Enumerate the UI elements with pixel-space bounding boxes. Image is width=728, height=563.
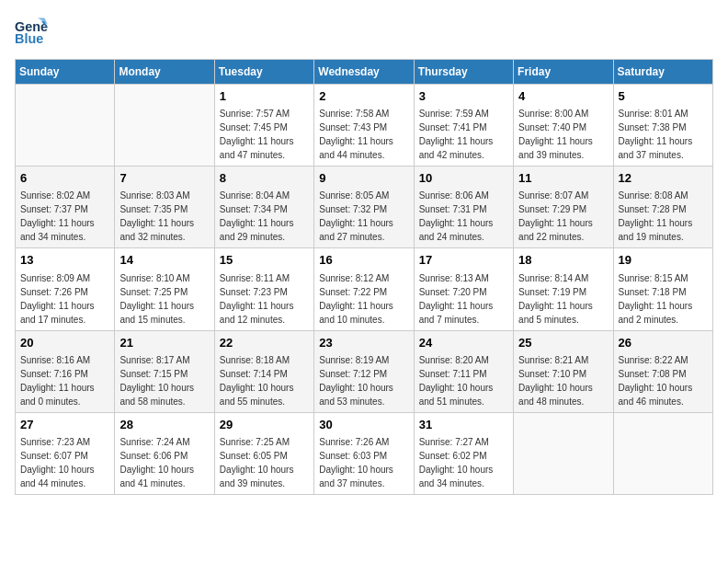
col-header-tuesday: Tuesday bbox=[214, 60, 313, 85]
calendar-cell: 24Sunrise: 8:20 AMSunset: 7:11 PMDayligh… bbox=[414, 330, 513, 412]
calendar-cell: 10Sunrise: 8:06 AMSunset: 7:31 PMDayligh… bbox=[414, 167, 513, 248]
day-info: Sunrise: 8:14 AMSunset: 7:19 PMDaylight:… bbox=[518, 271, 608, 327]
calendar-table: SundayMondayTuesdayWednesdayThursdayFrid… bbox=[15, 59, 713, 495]
calendar-cell: 22Sunrise: 8:18 AMSunset: 7:14 PMDayligh… bbox=[214, 330, 313, 412]
day-number: 30 bbox=[319, 417, 408, 433]
day-number: 13 bbox=[20, 252, 109, 269]
calendar-cell: 15Sunrise: 8:11 AMSunset: 7:23 PMDayligh… bbox=[214, 248, 313, 330]
day-number: 26 bbox=[619, 335, 708, 351]
day-number: 11 bbox=[518, 170, 608, 187]
page-header: General Blue bbox=[15, 15, 713, 48]
calendar-cell: 12Sunrise: 8:08 AMSunset: 7:28 PMDayligh… bbox=[613, 167, 712, 248]
day-number: 20 bbox=[20, 335, 109, 351]
calendar-cell: 20Sunrise: 8:16 AMSunset: 7:16 PMDayligh… bbox=[16, 330, 115, 412]
calendar-cell: 19Sunrise: 8:15 AMSunset: 7:18 PMDayligh… bbox=[613, 248, 712, 330]
day-info: Sunrise: 8:21 AMSunset: 7:10 PMDaylight:… bbox=[518, 353, 608, 408]
day-info: Sunrise: 8:19 AMSunset: 7:12 PMDaylight:… bbox=[319, 353, 408, 408]
day-info: Sunrise: 8:18 AMSunset: 7:14 PMDaylight:… bbox=[220, 353, 309, 408]
day-number: 29 bbox=[220, 417, 309, 433]
calendar-cell: 13Sunrise: 8:09 AMSunset: 7:26 PMDayligh… bbox=[16, 248, 115, 330]
calendar-cell: 6Sunrise: 8:02 AMSunset: 7:37 PMDaylight… bbox=[16, 167, 115, 248]
day-number: 1 bbox=[220, 88, 309, 105]
calendar-cell: 25Sunrise: 8:21 AMSunset: 7:10 PMDayligh… bbox=[514, 330, 613, 412]
calendar-cell: 23Sunrise: 8:19 AMSunset: 7:12 PMDayligh… bbox=[314, 330, 414, 412]
day-number: 7 bbox=[119, 170, 209, 187]
day-number: 24 bbox=[419, 335, 508, 351]
day-info: Sunrise: 8:22 AMSunset: 7:08 PMDaylight:… bbox=[619, 353, 708, 408]
calendar-cell: 31Sunrise: 7:27 AMSunset: 6:02 PMDayligh… bbox=[414, 412, 513, 494]
day-number: 6 bbox=[20, 170, 109, 187]
day-number: 15 bbox=[220, 252, 309, 269]
col-header-wednesday: Wednesday bbox=[314, 60, 414, 85]
day-number: 5 bbox=[619, 88, 708, 105]
calendar-cell: 26Sunrise: 8:22 AMSunset: 7:08 PMDayligh… bbox=[613, 330, 712, 412]
day-number: 9 bbox=[319, 170, 408, 187]
calendar-cell bbox=[16, 85, 115, 167]
logo: General Blue bbox=[15, 15, 48, 48]
day-info: Sunrise: 8:12 AMSunset: 7:22 PMDaylight:… bbox=[319, 271, 408, 327]
logo-icon: General Blue bbox=[15, 15, 48, 48]
calendar-cell: 8Sunrise: 8:04 AMSunset: 7:34 PMDaylight… bbox=[214, 167, 313, 248]
day-info: Sunrise: 8:06 AMSunset: 7:31 PMDaylight:… bbox=[419, 189, 508, 244]
calendar-cell: 17Sunrise: 8:13 AMSunset: 7:20 PMDayligh… bbox=[414, 248, 513, 330]
col-header-thursday: Thursday bbox=[414, 60, 513, 85]
calendar-week-row: 13Sunrise: 8:09 AMSunset: 7:26 PMDayligh… bbox=[16, 248, 713, 330]
day-info: Sunrise: 8:15 AMSunset: 7:18 PMDaylight:… bbox=[619, 271, 708, 327]
day-number: 23 bbox=[319, 335, 408, 351]
day-info: Sunrise: 7:23 AMSunset: 6:07 PMDaylight:… bbox=[20, 435, 109, 490]
day-info: Sunrise: 8:05 AMSunset: 7:32 PMDaylight:… bbox=[319, 189, 408, 244]
day-info: Sunrise: 8:00 AMSunset: 7:40 PMDaylight:… bbox=[518, 107, 608, 162]
day-info: Sunrise: 7:26 AMSunset: 6:03 PMDaylight:… bbox=[319, 435, 408, 490]
day-number: 14 bbox=[119, 252, 209, 269]
calendar-cell: 4Sunrise: 8:00 AMSunset: 7:40 PMDaylight… bbox=[514, 85, 613, 167]
day-info: Sunrise: 7:59 AMSunset: 7:41 PMDaylight:… bbox=[419, 107, 508, 162]
day-number: 28 bbox=[119, 417, 209, 433]
svg-text:Blue: Blue bbox=[15, 31, 43, 46]
calendar-cell: 5Sunrise: 8:01 AMSunset: 7:38 PMDaylight… bbox=[613, 85, 712, 167]
calendar-header-row: SundayMondayTuesdayWednesdayThursdayFrid… bbox=[16, 60, 713, 85]
day-number: 2 bbox=[319, 88, 408, 105]
day-info: Sunrise: 8:09 AMSunset: 7:26 PMDaylight:… bbox=[20, 271, 109, 327]
calendar-cell: 16Sunrise: 8:12 AMSunset: 7:22 PMDayligh… bbox=[314, 248, 414, 330]
day-number: 3 bbox=[419, 88, 508, 105]
day-number: 19 bbox=[619, 252, 708, 269]
day-number: 8 bbox=[220, 170, 309, 187]
day-number: 21 bbox=[119, 335, 209, 351]
day-info: Sunrise: 8:20 AMSunset: 7:11 PMDaylight:… bbox=[419, 353, 508, 408]
day-info: Sunrise: 8:07 AMSunset: 7:29 PMDaylight:… bbox=[518, 189, 608, 244]
day-number: 27 bbox=[20, 417, 109, 433]
calendar-cell: 27Sunrise: 7:23 AMSunset: 6:07 PMDayligh… bbox=[16, 412, 115, 494]
calendar-week-row: 1Sunrise: 7:57 AMSunset: 7:45 PMDaylight… bbox=[16, 85, 713, 167]
col-header-saturday: Saturday bbox=[613, 60, 712, 85]
calendar-cell: 1Sunrise: 7:57 AMSunset: 7:45 PMDaylight… bbox=[214, 85, 313, 167]
calendar-week-row: 6Sunrise: 8:02 AMSunset: 7:37 PMDaylight… bbox=[16, 167, 713, 248]
day-info: Sunrise: 7:24 AMSunset: 6:06 PMDaylight:… bbox=[119, 435, 209, 490]
calendar-cell: 7Sunrise: 8:03 AMSunset: 7:35 PMDaylight… bbox=[115, 167, 214, 248]
day-info: Sunrise: 8:11 AMSunset: 7:23 PMDaylight:… bbox=[220, 271, 309, 327]
calendar-cell: 3Sunrise: 7:59 AMSunset: 7:41 PMDaylight… bbox=[414, 85, 513, 167]
day-info: Sunrise: 8:17 AMSunset: 7:15 PMDaylight:… bbox=[119, 353, 209, 408]
col-header-sunday: Sunday bbox=[16, 60, 115, 85]
day-info: Sunrise: 7:58 AMSunset: 7:43 PMDaylight:… bbox=[319, 107, 408, 162]
calendar-cell: 21Sunrise: 8:17 AMSunset: 7:15 PMDayligh… bbox=[115, 330, 214, 412]
day-number: 4 bbox=[518, 88, 608, 105]
calendar-cell: 28Sunrise: 7:24 AMSunset: 6:06 PMDayligh… bbox=[115, 412, 214, 494]
day-info: Sunrise: 8:16 AMSunset: 7:16 PMDaylight:… bbox=[20, 353, 109, 408]
day-number: 31 bbox=[419, 417, 508, 433]
calendar-cell bbox=[613, 412, 712, 494]
col-header-friday: Friday bbox=[514, 60, 613, 85]
calendar-cell bbox=[115, 85, 214, 167]
calendar-cell: 9Sunrise: 8:05 AMSunset: 7:32 PMDaylight… bbox=[314, 167, 414, 248]
day-number: 25 bbox=[518, 335, 608, 351]
calendar-week-row: 27Sunrise: 7:23 AMSunset: 6:07 PMDayligh… bbox=[16, 412, 713, 494]
calendar-cell: 11Sunrise: 8:07 AMSunset: 7:29 PMDayligh… bbox=[514, 167, 613, 248]
calendar-cell: 30Sunrise: 7:26 AMSunset: 6:03 PMDayligh… bbox=[314, 412, 414, 494]
day-info: Sunrise: 7:25 AMSunset: 6:05 PMDaylight:… bbox=[220, 435, 309, 490]
calendar-cell: 29Sunrise: 7:25 AMSunset: 6:05 PMDayligh… bbox=[214, 412, 313, 494]
day-info: Sunrise: 8:03 AMSunset: 7:35 PMDaylight:… bbox=[119, 189, 209, 244]
day-info: Sunrise: 8:08 AMSunset: 7:28 PMDaylight:… bbox=[619, 189, 708, 244]
day-number: 22 bbox=[220, 335, 309, 351]
day-info: Sunrise: 8:04 AMSunset: 7:34 PMDaylight:… bbox=[220, 189, 309, 244]
calendar-cell: 14Sunrise: 8:10 AMSunset: 7:25 PMDayligh… bbox=[115, 248, 214, 330]
day-info: Sunrise: 8:02 AMSunset: 7:37 PMDaylight:… bbox=[20, 189, 109, 244]
